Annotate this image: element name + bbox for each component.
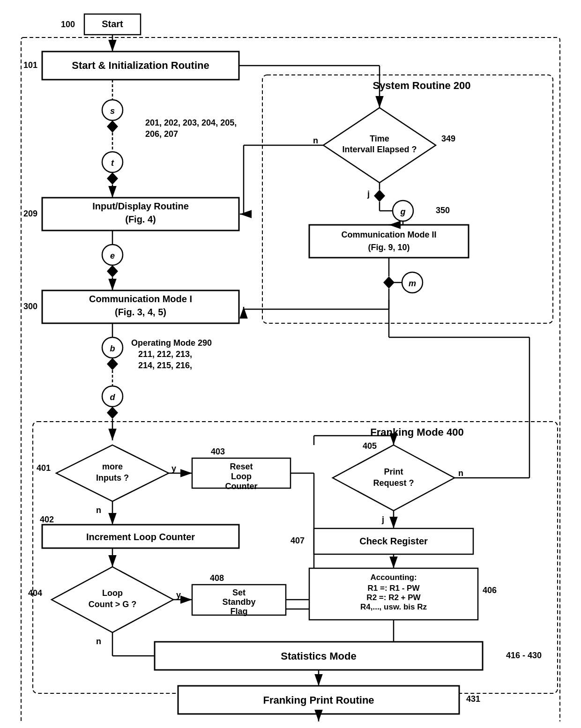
svg-marker-117 <box>333 445 454 511</box>
svg-text:403: 403 <box>211 447 225 456</box>
svg-text:n: n <box>96 505 101 515</box>
svg-text:402: 402 <box>40 515 54 524</box>
svg-text:300: 300 <box>23 302 37 311</box>
svg-text:214, 215, 216,: 214, 215, 216, <box>138 361 192 370</box>
svg-text:Count > G ?: Count > G ? <box>89 600 137 609</box>
svg-text:Set: Set <box>232 588 246 597</box>
svg-text:211, 212, 213,: 211, 212, 213, <box>138 349 192 359</box>
svg-marker-61 <box>374 190 385 202</box>
svg-marker-42 <box>107 358 118 370</box>
svg-text:n: n <box>458 468 463 478</box>
svg-marker-30 <box>107 265 118 277</box>
svg-text:Time: Time <box>370 134 389 143</box>
svg-text:t: t <box>111 158 114 168</box>
svg-text:Inputs ?: Inputs ? <box>96 473 129 483</box>
svg-text:416 - 430: 416 - 430 <box>506 651 542 660</box>
svg-text:408: 408 <box>210 573 224 583</box>
svg-text:Reset: Reset <box>230 462 253 471</box>
svg-text:n: n <box>96 637 101 646</box>
svg-text:406: 406 <box>483 586 497 595</box>
svg-text:y: y <box>176 590 181 600</box>
svg-text:j: j <box>381 515 384 524</box>
svg-text:Loop: Loop <box>231 472 252 481</box>
svg-text:Accounting:: Accounting: <box>370 573 417 582</box>
svg-text:Franking Print Routine: Franking Print Routine <box>263 694 374 706</box>
svg-text:Communication Mode II: Communication Mode II <box>341 230 436 239</box>
svg-text:407: 407 <box>290 536 305 545</box>
svg-text:100: 100 <box>61 20 75 29</box>
svg-text:g: g <box>400 207 406 216</box>
svg-text:431: 431 <box>466 694 480 704</box>
svg-text:(Fig. 3, 4, 5): (Fig. 3, 4, 5) <box>115 307 166 317</box>
svg-text:e: e <box>110 251 115 260</box>
svg-text:349: 349 <box>441 134 455 143</box>
svg-text:(Fig. 9, 10): (Fig. 9, 10) <box>368 243 410 252</box>
svg-text:401: 401 <box>37 463 51 473</box>
svg-text:Communication Mode I: Communication Mode I <box>89 294 192 304</box>
svg-text:m: m <box>409 279 416 288</box>
svg-text:101: 101 <box>23 60 37 70</box>
svg-text:Print: Print <box>384 467 403 476</box>
svg-text:Statistics Mode: Statistics Mode <box>281 650 356 662</box>
svg-text:405: 405 <box>363 441 377 451</box>
svg-text:(Fig. 4): (Fig. 4) <box>125 214 156 224</box>
svg-marker-15 <box>107 120 118 133</box>
svg-text:Increment Loop Counter: Increment Loop Counter <box>86 532 195 542</box>
svg-text:j: j <box>367 189 370 199</box>
svg-text:Start  &  Initialization Routi: Start & Initialization Routine <box>72 59 209 71</box>
svg-text:Operating Mode 290: Operating Mode 290 <box>131 338 212 348</box>
svg-marker-46 <box>107 407 118 419</box>
svg-text:Request ?: Request ? <box>373 478 414 488</box>
svg-text:R2 =: R2 + PW: R2 =: R2 + PW <box>366 593 421 602</box>
svg-text:Loop: Loop <box>102 588 123 598</box>
svg-text:Check Register: Check Register <box>359 536 428 546</box>
svg-text:350: 350 <box>436 206 450 215</box>
svg-text:206, 207: 206, 207 <box>145 129 178 139</box>
svg-text:Input/Display Routine: Input/Display Routine <box>92 201 189 211</box>
svg-text:d: d <box>110 393 116 402</box>
svg-text:Intervall Elapsed ?: Intervall Elapsed ? <box>342 145 417 154</box>
svg-text:Flag: Flag <box>230 607 247 616</box>
svg-text:b: b <box>110 344 115 353</box>
svg-text:Start: Start <box>102 19 123 29</box>
svg-text:System Routine 200: System Routine 200 <box>372 80 470 91</box>
svg-text:s: s <box>110 106 115 116</box>
svg-text:201, 202, 203, 204, 205,: 201, 202, 203, 204, 205, <box>145 118 237 127</box>
svg-text:R1 =: R1 - PW: R1 =: R1 - PW <box>368 584 420 593</box>
svg-text:209: 209 <box>23 209 37 218</box>
svg-marker-21 <box>107 172 118 185</box>
flowchart-diagram: Start 100 Start & Initialization Routine… <box>14 9 567 721</box>
svg-text:Standby: Standby <box>222 597 255 607</box>
svg-text:y: y <box>171 464 176 473</box>
svg-text:R4,..., usw. bis Rz: R4,..., usw. bis Rz <box>360 602 427 611</box>
svg-text:404: 404 <box>28 588 42 598</box>
svg-text:Counter: Counter <box>225 482 258 491</box>
svg-text:n: n <box>313 136 318 145</box>
svg-text:more: more <box>102 462 123 471</box>
